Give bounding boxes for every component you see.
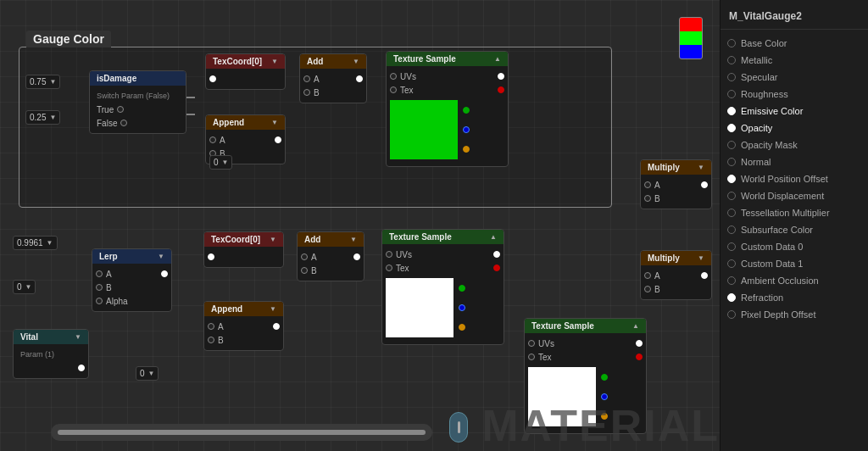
texture-preview-green <box>390 100 458 159</box>
mult-bot-out-pin <box>701 272 708 279</box>
tess-label: Tessellation Multiplier <box>741 208 830 218</box>
opacity-mask-dot <box>727 141 736 149</box>
ts-bot2-uvs-row: UVs <box>525 337 646 350</box>
append-top-title: Append <box>213 118 244 127</box>
value-node-025[interactable]: 0.25 ▼ <box>25 110 60 125</box>
value-node-0-bot1[interactable]: 0 ▼ <box>13 280 36 294</box>
ts-top-uvs-pin <box>390 73 397 80</box>
add-bot-out-pin <box>353 253 360 260</box>
pixel-depth-dot <box>727 310 736 319</box>
lerp-node[interactable]: Lerp ▼ A B Alpha <box>92 248 172 312</box>
value-node-0-top[interactable]: 0 ▼ <box>209 155 232 170</box>
lerp-out-pin <box>161 270 168 277</box>
add-top-b-row: B <box>300 86 366 99</box>
panel-opacity-mask[interactable]: Opacity Mask <box>721 136 868 153</box>
specular-label: Specular <box>741 72 777 82</box>
custom1-label: Custom Data 1 <box>741 259 803 269</box>
dropdown-icon-6: ▼ <box>148 370 155 377</box>
lerp-arrow: ▼ <box>158 253 164 260</box>
dropdown-icon-3: ▼ <box>222 159 229 166</box>
panel-world-displacement[interactable]: World Displacement <box>721 187 868 204</box>
texture-sample-bot-node[interactable]: Texture Sample ▲ UVs Tex <box>381 229 504 345</box>
isdamage-body: Switch Param (False) True False <box>90 86 186 133</box>
value-09961-label: 0.9961 <box>17 238 43 248</box>
texcoord-bot-out-row <box>204 250 283 264</box>
ts-bot2-r-pin <box>636 354 643 360</box>
value-025-label: 0.25 <box>30 113 46 122</box>
ts-bot2-tex-pin <box>528 354 535 360</box>
multiply-bot-header: Multiply ▼ <box>641 251 711 265</box>
panel-opacity[interactable]: Opacity <box>721 120 868 136</box>
tess-dot <box>727 209 736 217</box>
isdamage-node[interactable]: isDamage Switch Param (False) True False <box>89 70 186 134</box>
scrollbar[interactable] <box>51 424 432 441</box>
add-top-node[interactable]: Add ▼ A B <box>299 53 367 103</box>
panel-tessellation[interactable]: Tessellation Multiplier <box>721 204 868 221</box>
append-top-header: Append ▼ <box>206 115 285 130</box>
false-pin <box>120 120 127 126</box>
texture-sample-bot-arrow: ▲ <box>490 233 497 241</box>
multiply-bot-title: Multiply <box>648 253 680 263</box>
panel-specular[interactable]: Specular <box>721 69 868 86</box>
ts-top-rgb-pin <box>498 73 504 80</box>
texture-sample-top-node[interactable]: Texture Sample ▲ UVs Tex <box>386 51 509 167</box>
wd-label: World Displacement <box>741 191 824 201</box>
lerp-a-pin <box>96 270 103 277</box>
value-node-09961[interactable]: 0.9961 ▼ <box>13 236 58 250</box>
texture-sample-bot2-header: Texture Sample ▲ <box>525 319 646 333</box>
panel-normal[interactable]: Normal <box>721 153 868 170</box>
panel-custom-data-0[interactable]: Custom Data 0 <box>721 238 868 255</box>
texcoord-top-node[interactable]: TexCoord[0] ▼ <box>205 53 286 90</box>
ts-top-uvs-row: UVs <box>387 70 508 83</box>
mult-bot-a-pin <box>644 272 651 279</box>
scroll-indicator[interactable] <box>449 412 468 443</box>
add-bot-b-label: B <box>311 266 317 276</box>
opacity-mask-label: Opacity Mask <box>741 140 798 150</box>
panel-refraction[interactable]: Refraction <box>721 289 868 306</box>
ts-top-tex-pin <box>390 86 397 93</box>
multiply-bot-node[interactable]: Multiply ▼ A B <box>640 250 712 300</box>
value-node-0-bot2[interactable]: 0 ▼ <box>136 366 159 381</box>
custom1-dot <box>727 259 736 268</box>
vital-subtitle-row: Param (1) <box>14 348 88 361</box>
texcoord-bot-node[interactable]: TexCoord[0] ▼ <box>203 231 284 268</box>
panel-custom-data-1[interactable]: Custom Data 1 <box>721 255 868 272</box>
append-bot-a-row: A <box>204 320 283 333</box>
multiply-top-node[interactable]: Multiply ▼ A B <box>640 159 712 209</box>
add-bot-node[interactable]: Add ▼ A B <box>297 231 364 281</box>
dropdown-icon-2: ▼ <box>49 114 56 121</box>
panel-world-position-offset[interactable]: World Position Offset <box>721 170 868 187</box>
append-bot-out-pin <box>273 323 280 330</box>
vital-header: Vital ▼ <box>14 330 88 344</box>
append-top-arrow: ▼ <box>271 119 278 126</box>
ts-bot-a-pin <box>459 324 465 331</box>
isdamage-subtitle-row: Switch Param (False) <box>90 89 186 103</box>
texcoord-top-header: TexCoord[0] ▼ <box>206 54 285 69</box>
ts-top-r-pin <box>498 86 504 93</box>
specular-dot <box>727 73 736 81</box>
mult-bot-b-label: B <box>654 285 660 294</box>
texture-preview-white <box>386 278 453 337</box>
value-0-top-label: 0 <box>214 158 219 167</box>
value-node-075[interactable]: 0.75 ▼ <box>25 75 60 89</box>
add-top-a-row: A <box>300 72 366 86</box>
panel-ambient-occlusion[interactable]: Ambient Occlusion <box>721 272 868 289</box>
wd-dot <box>727 192 736 200</box>
panel-metallic[interactable]: Metallic <box>721 52 868 69</box>
panel-emissive-color[interactable]: Emissive Color <box>721 103 868 120</box>
multiply-bot-body: A B <box>641 265 711 299</box>
watermark-text: MATERIAL <box>481 404 720 451</box>
mult-top-b-row: B <box>641 192 711 205</box>
append-bot-node[interactable]: Append ▼ A B <box>203 301 284 351</box>
vital-node[interactable]: Vital ▼ Param (1) <box>13 329 89 379</box>
base-color-dot <box>727 39 736 47</box>
panel-base-color[interactable]: Base Color <box>721 35 868 52</box>
add-bot-body: A B <box>298 247 364 281</box>
metallic-label: Metallic <box>741 55 772 65</box>
panel-subsurface[interactable]: Subsurface Color <box>721 221 868 238</box>
mult-top-a-pin <box>644 181 651 188</box>
base-color-label: Base Color <box>741 38 787 48</box>
panel-pixel-depth[interactable]: Pixel Depth Offset <box>721 306 868 323</box>
metallic-dot <box>727 56 736 64</box>
panel-roughness[interactable]: Roughness <box>721 86 868 103</box>
